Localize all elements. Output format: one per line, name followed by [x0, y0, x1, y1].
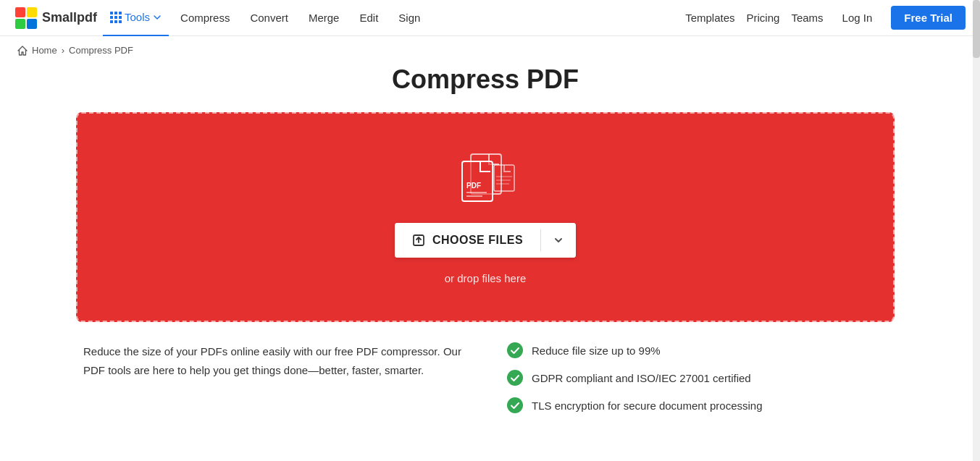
svg-rect-11	[114, 20, 117, 23]
svg-rect-7	[110, 16, 113, 19]
svg-text:PDF: PDF	[466, 182, 481, 190]
nav-teams[interactable]: Teams	[791, 12, 823, 24]
svg-rect-1	[27, 7, 37, 17]
nav-right: Templates Pricing Teams Log In Free Tria…	[685, 6, 966, 30]
svg-rect-5	[114, 12, 117, 14]
drop-zone[interactable]: PDF CHOOSE FILES	[76, 112, 895, 322]
svg-rect-12	[119, 20, 122, 23]
free-trial-button[interactable]: Free Trial	[891, 6, 966, 30]
feature-item-2: GDPR compliant and ISO/IEC 27001 certifi…	[507, 370, 887, 386]
tools-label: Tools	[125, 11, 150, 23]
svg-point-25	[507, 397, 523, 413]
breadcrumb-home[interactable]: Home	[32, 45, 57, 56]
breadcrumb: Home › Compress PDF	[0, 36, 980, 64]
navbar: Smallpdf Tools Compress Convert Merge Ed…	[0, 0, 980, 36]
nav-pricing[interactable]: Pricing	[747, 12, 780, 24]
choose-files-label: CHOOSE FILES	[432, 234, 523, 247]
main-content: Compress PDF PDF	[0, 64, 971, 442]
scrollbar-thumb[interactable]	[973, 0, 980, 58]
svg-rect-3	[27, 19, 37, 29]
choose-files-row: CHOOSE FILES	[395, 223, 576, 258]
breadcrumb-current: Compress PDF	[69, 45, 133, 56]
svg-point-24	[507, 370, 523, 386]
svg-rect-10	[110, 20, 113, 23]
nav-templates[interactable]: Templates	[685, 12, 734, 24]
feature-item-1: Reduce file size up to 99%	[507, 342, 887, 358]
feature-text-1: Reduce file size up to 99%	[532, 344, 661, 357]
below-fold: Reduce the size of your PDFs online easi…	[76, 342, 895, 413]
chevron-down-icon	[153, 13, 162, 22]
choose-files-dropdown-button[interactable]	[541, 223, 576, 258]
nav-edit[interactable]: Edit	[351, 0, 387, 36]
svg-rect-9	[119, 16, 122, 19]
nav-convert[interactable]: Convert	[241, 0, 297, 36]
svg-rect-4	[110, 12, 113, 14]
smallpdf-logo-icon	[14, 7, 38, 30]
nav-compress[interactable]: Compress	[172, 0, 238, 36]
svg-rect-6	[119, 12, 122, 14]
choose-files-button[interactable]: CHOOSE FILES	[395, 223, 540, 258]
svg-point-23	[507, 342, 523, 358]
home-icon	[17, 46, 28, 56]
pdf-files-icon: PDF	[449, 151, 522, 208]
drop-hint-text: or drop files here	[445, 272, 527, 284]
feature-text-3: TLS encryption for secure document proce…	[532, 399, 763, 412]
pdf-icon-area: PDF	[449, 151, 522, 208]
svg-rect-0	[15, 7, 25, 17]
check-icon-3	[507, 397, 523, 413]
description-text: Reduce the size of your PDFs online easi…	[83, 342, 464, 413]
page-title: Compress PDF	[17, 64, 953, 95]
nav-merge[interactable]: Merge	[300, 0, 348, 36]
tools-menu-button[interactable]: Tools	[103, 0, 169, 36]
feature-text-2: GDPR compliant and ISO/IEC 27001 certifi…	[532, 372, 751, 384]
logo-link[interactable]: Smallpdf	[14, 7, 97, 30]
scrollbar-track	[973, 0, 980, 442]
nav-sign[interactable]: Sign	[390, 0, 429, 36]
grid-icon	[110, 12, 122, 23]
svg-rect-8	[114, 16, 117, 19]
breadcrumb-separator: ›	[62, 45, 64, 56]
upload-icon	[412, 234, 425, 247]
nav-links: Compress Convert Merge Edit Sign	[172, 0, 685, 36]
check-icon-1	[507, 342, 523, 358]
check-icon-2	[507, 370, 523, 386]
login-button[interactable]: Log In	[835, 7, 880, 28]
features-list: Reduce file size up to 99% GDPR complian…	[507, 342, 887, 413]
logo-text: Smallpdf	[42, 10, 97, 25]
feature-item-3: TLS encryption for secure document proce…	[507, 397, 887, 413]
svg-rect-2	[15, 19, 25, 29]
chevron-down-icon	[553, 235, 564, 245]
